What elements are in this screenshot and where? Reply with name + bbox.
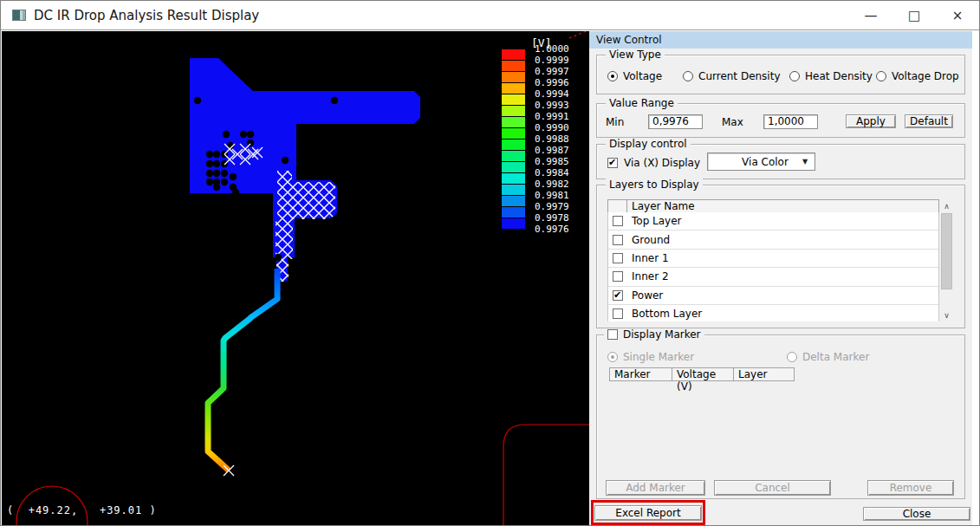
via-dot: [213, 184, 220, 191]
radio-delta-marker[interactable]: Delta Marker: [787, 351, 869, 363]
display-marker-label: Display Marker: [623, 328, 701, 341]
radio-current-density[interactable]: Current Density: [683, 70, 781, 82]
via-display-label: Via (X) Display: [624, 157, 700, 169]
layer-row[interactable]: Bottom Layer: [608, 305, 938, 321]
layer-row[interactable]: Ground: [608, 231, 938, 249]
legend-swatch: [502, 117, 525, 128]
via-dot: [275, 254, 282, 261]
radio-single-marker-icon[interactable]: [607, 352, 618, 362]
via-dot: [221, 170, 228, 177]
legend-value: 0.9996: [535, 77, 569, 88]
via-dot: [240, 131, 247, 138]
legend-value: 0.9985: [535, 156, 569, 167]
value-range-group-label: Value Range: [606, 97, 678, 109]
cursor-coordinates: ( +49.22, +39.01 ): [7, 504, 157, 516]
legend-swatch: [502, 162, 525, 173]
excel-report-button[interactable]: Excel Report: [594, 505, 702, 521]
marker-table-header: Marker Voltage (V) Layer: [609, 367, 795, 381]
legend-swatch: [502, 185, 525, 196]
via-color-dropdown[interactable]: Via Color ▼: [707, 153, 815, 171]
layer-checkbox[interactable]: [613, 290, 623, 301]
board-outline-dashed: [569, 31, 589, 38]
app-window: DC IR Drop Analysis Result Display — □ ×: [0, 0, 980, 526]
layer-row[interactable]: Power: [608, 287, 938, 305]
radio-delta-marker-label: Delta Marker: [802, 351, 869, 363]
legend-value: 0.9990: [535, 122, 569, 133]
chevron-down-icon[interactable]: ▼: [802, 158, 815, 166]
close-button[interactable]: Close: [863, 507, 970, 521]
radio-current-density-icon[interactable]: [683, 71, 693, 81]
layer-row[interactable]: Inner 1: [608, 250, 938, 268]
display-marker-checkbox[interactable]: [607, 329, 618, 340]
legend-value: 0.9994: [535, 88, 569, 100]
via-dot: [206, 179, 213, 185]
remove-button[interactable]: Remove: [867, 480, 954, 496]
apply-button[interactable]: Apply: [846, 114, 896, 128]
power-plane-shape: [190, 58, 420, 281]
min-value-field[interactable]: 0,9976: [648, 114, 703, 129]
minimize-button[interactable]: —: [849, 1, 892, 29]
layer-checkbox[interactable]: [613, 308, 623, 319]
legend-swatch: [502, 128, 525, 140]
radio-heat-density[interactable]: Heat Density: [789, 70, 873, 82]
via-dot: [221, 160, 228, 167]
radio-voltage-label: Voltage: [623, 70, 662, 82]
cancel-button[interactable]: Cancel: [714, 480, 831, 496]
legend-value: 0.9988: [535, 133, 569, 145]
via-color-swatch: [711, 156, 728, 168]
radio-delta-marker-icon[interactable]: [787, 352, 797, 362]
board-canvas[interactable]: 1.00000.99990.99970.99960.99940.99930.99…: [2, 31, 589, 526]
legend-unit-label: [V]: [531, 36, 551, 49]
layer-name: Inner 2: [632, 270, 669, 282]
radio-voltage-drop-icon[interactable]: [876, 71, 886, 81]
via-dot: [206, 160, 213, 167]
add-marker-button[interactable]: Add Marker: [606, 480, 705, 496]
layers-scrollbar[interactable]: ∧ ∨: [939, 199, 954, 321]
radio-single-marker-label: Single Marker: [623, 351, 694, 363]
max-value-field[interactable]: 1,0000: [763, 114, 818, 129]
radio-voltage-icon[interactable]: [607, 71, 618, 81]
via-dot: [331, 97, 338, 104]
radio-heat-density-icon[interactable]: [789, 71, 800, 81]
layers-header-checkbox-cell: [607, 199, 627, 213]
scrollbar-thumb[interactable]: [941, 213, 952, 289]
maximize-button[interactable]: □: [892, 1, 936, 29]
radio-voltage[interactable]: Voltage: [607, 70, 662, 82]
via-dot: [247, 140, 254, 146]
titlebar: DC IR Drop Analysis Result Display — □ ×: [1, 1, 979, 30]
via-dot: [221, 179, 228, 185]
close-window-button[interactable]: ×: [936, 1, 979, 29]
radio-single-marker[interactable]: Single Marker: [607, 351, 694, 363]
via-crosshatch-region: [277, 171, 335, 219]
via-dot: [194, 97, 201, 104]
via-crosshatch-region: [276, 219, 293, 259]
via-display-checkbox[interactable]: [607, 158, 618, 168]
layer-checkbox[interactable]: [613, 235, 623, 245]
layer-checkbox[interactable]: [613, 271, 623, 282]
marker-column-header: Marker: [609, 367, 672, 381]
via-dot: [223, 131, 230, 138]
legend-swatch: [502, 140, 525, 151]
scroll-up-icon[interactable]: ∧: [939, 199, 954, 212]
layer-column-header: Layer: [733, 367, 795, 381]
display-marker-caption: Display Marker: [604, 328, 704, 341]
via-dot: [232, 189, 239, 196]
board-outline-corner: [503, 425, 589, 526]
legend-value: 0.9997: [535, 66, 569, 77]
scroll-down-icon[interactable]: ∨: [939, 308, 954, 321]
layer-name: Top Layer: [632, 215, 682, 227]
layer-row[interactable]: Top Layer: [608, 212, 938, 231]
radio-voltage-drop[interactable]: Voltage Drop: [876, 70, 959, 82]
legend-swatch: [502, 218, 525, 230]
view-type-group-label: View Type: [606, 49, 665, 61]
radio-current-density-label: Current Density: [698, 70, 781, 82]
min-label: Min: [606, 116, 624, 128]
layer-checkbox[interactable]: [613, 253, 623, 263]
via-dot: [282, 157, 289, 164]
voltage-trace: [208, 269, 277, 471]
legend-value: 0.9991: [535, 111, 569, 122]
layer-row[interactable]: Inner 2: [608, 268, 938, 286]
default-button[interactable]: Default: [905, 114, 953, 128]
legend-swatch: [502, 72, 525, 83]
layer-checkbox[interactable]: [613, 216, 623, 226]
